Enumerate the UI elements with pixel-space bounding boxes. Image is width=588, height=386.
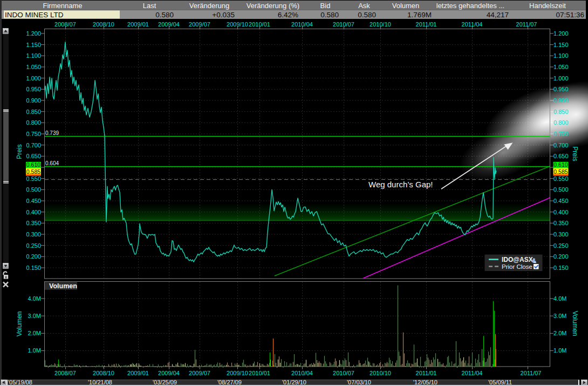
svg-text:0.610: 0.610 — [26, 161, 40, 168]
svg-text:0.300: 0.300 — [553, 231, 569, 238]
svg-text:0.550: 0.550 — [553, 175, 569, 182]
svg-text:0.800: 0.800 — [553, 119, 569, 126]
svg-text:2011/01: 2011/01 — [416, 370, 437, 376]
svg-text:1.200: 1.200 — [26, 30, 41, 37]
svg-text:1.0M: 1.0M — [553, 347, 566, 354]
svg-text:0.300: 0.300 — [26, 231, 41, 238]
svg-text:Volumen: Volumen — [392, 2, 420, 10]
svg-text:Preis: Preis — [16, 144, 23, 159]
svg-text:0.800: 0.800 — [26, 119, 41, 126]
svg-text:0.350: 0.350 — [553, 220, 569, 226]
svg-text:1.150: 1.150 — [26, 42, 41, 48]
svg-text:2009/07: 2009/07 — [189, 21, 210, 28]
svg-text:1.200: 1.200 — [553, 30, 569, 37]
svg-text:2010/04: 2010/04 — [291, 21, 313, 28]
svg-text:4.0M: 4.0M — [553, 295, 566, 302]
svg-text:0.200: 0.200 — [26, 253, 41, 260]
svg-text:2010/07: 2010/07 — [333, 21, 354, 28]
svg-text:0.500: 0.500 — [553, 186, 569, 193]
svg-text:2009/10: 2009/10 — [227, 370, 248, 376]
svg-text:0.650: 0.650 — [553, 153, 569, 159]
svg-text:0.580: 0.580 — [320, 11, 339, 19]
svg-text:0.450: 0.450 — [26, 198, 41, 204]
svg-text:Bid: Bid — [320, 2, 331, 10]
svg-text:0.610: 0.610 — [553, 161, 568, 168]
svg-text:2009/04: 2009/04 — [158, 370, 180, 376]
svg-text:44,217: 44,217 — [487, 11, 509, 19]
svg-text:0.750: 0.750 — [553, 131, 569, 137]
svg-text:Last: Last — [143, 2, 156, 10]
svg-text:2011/01: 2011/01 — [416, 21, 437, 28]
svg-text:Veränderung: Veränderung — [189, 2, 229, 10]
svg-text:4.0M: 4.0M — [28, 295, 41, 302]
svg-text:'05/19/08: '05/19/08 — [8, 379, 32, 385]
svg-text:Preis: Preis — [571, 146, 579, 161]
svg-text:2011/07: 2011/07 — [521, 370, 542, 376]
svg-text:'03/25/09: '03/25/09 — [153, 379, 177, 385]
svg-text:2009/07: 2009/07 — [189, 370, 210, 376]
svg-text:0.604: 0.604 — [45, 160, 59, 166]
svg-text:0.580: 0.580 — [155, 11, 174, 19]
svg-text:3.0M: 3.0M — [553, 313, 566, 319]
svg-text:1.000: 1.000 — [553, 75, 569, 82]
svg-text:0.500: 0.500 — [26, 186, 41, 193]
svg-text:'01/29/10: '01/29/10 — [282, 379, 306, 385]
svg-text:1.050: 1.050 — [26, 64, 41, 70]
svg-text:1.100: 1.100 — [553, 52, 569, 59]
svg-text:1.150: 1.150 — [553, 42, 569, 48]
svg-text:'07/03/10: '07/03/10 — [347, 379, 371, 385]
svg-text:2010/10: 2010/10 — [370, 370, 391, 376]
svg-text:2010/01: 2010/01 — [249, 370, 270, 376]
svg-text:Volumen: Volumen — [49, 282, 77, 290]
svg-text:2011/04: 2011/04 — [462, 21, 483, 28]
svg-text:'10/21/08: '10/21/08 — [88, 379, 112, 385]
svg-text:2011/07: 2011/07 — [516, 21, 537, 28]
svg-text:6.42%: 6.42% — [278, 11, 298, 19]
svg-text:2010/01: 2010/01 — [249, 21, 270, 28]
svg-text:Handelszeit: Handelszeit — [529, 2, 566, 10]
svg-text:'05/09/11: '05/09/11 — [488, 379, 512, 385]
svg-text:0.850: 0.850 — [26, 109, 41, 115]
svg-text:1.100: 1.100 — [26, 52, 41, 59]
svg-text:2.0M: 2.0M — [553, 330, 566, 336]
svg-text:2009/01: 2009/01 — [127, 370, 149, 376]
svg-text:2.0M: 2.0M — [28, 330, 41, 336]
svg-text:letztes gehandeltes ...: letztes gehandeltes ... — [436, 2, 504, 10]
svg-text:Ask: Ask — [358, 2, 370, 10]
svg-text:2010/04: 2010/04 — [291, 370, 313, 376]
svg-text:0.150: 0.150 — [553, 265, 569, 271]
svg-text:0.650: 0.650 — [26, 153, 41, 159]
svg-text:+0.035: +0.035 — [212, 11, 235, 19]
svg-text:0.700: 0.700 — [553, 142, 569, 148]
svg-text:3.0M: 3.0M — [28, 313, 41, 319]
svg-text:Prior Close: Prior Close — [502, 263, 532, 270]
svg-text:Volumen: Volumen — [16, 311, 23, 337]
svg-text:0.950: 0.950 — [553, 86, 569, 92]
svg-text:2009/04: 2009/04 — [158, 21, 180, 28]
svg-text:0.350: 0.350 — [26, 220, 41, 226]
svg-text:1.000: 1.000 — [26, 75, 41, 82]
svg-text:07:51:36: 07:51:36 — [556, 11, 584, 19]
svg-text:Weg durch’s Gap!: Weg durch’s Gap! — [368, 180, 433, 189]
svg-text:0.450: 0.450 — [553, 198, 569, 204]
svg-text:0.950: 0.950 — [26, 86, 41, 92]
svg-text:2008/07: 2008/07 — [54, 370, 76, 376]
svg-text:INDO MINES LTD: INDO MINES LTD — [5, 11, 64, 19]
svg-text:0.739: 0.739 — [45, 130, 59, 136]
svg-text:0.700: 0.700 — [26, 142, 41, 148]
svg-text:0.580: 0.580 — [358, 11, 376, 19]
svg-text:Firmenname: Firmenname — [43, 2, 83, 10]
svg-text:0.250: 0.250 — [26, 242, 41, 249]
svg-text:2010/07: 2010/07 — [333, 370, 354, 376]
svg-text:2010/10: 2010/10 — [370, 21, 391, 28]
svg-text:1.050: 1.050 — [553, 64, 569, 70]
svg-text:2008/10: 2008/10 — [93, 370, 114, 376]
svg-text:1.769M: 1.769M — [407, 11, 432, 19]
svg-text:0.585: 0.585 — [26, 168, 40, 175]
svg-text:0.550: 0.550 — [26, 175, 41, 182]
svg-text:0.400: 0.400 — [26, 209, 41, 215]
svg-text:0.900: 0.900 — [26, 97, 41, 104]
svg-text:'08/27/09: '08/27/09 — [217, 379, 242, 385]
svg-text:2009/01: 2009/01 — [127, 21, 149, 28]
svg-text:0.150: 0.150 — [26, 265, 41, 271]
